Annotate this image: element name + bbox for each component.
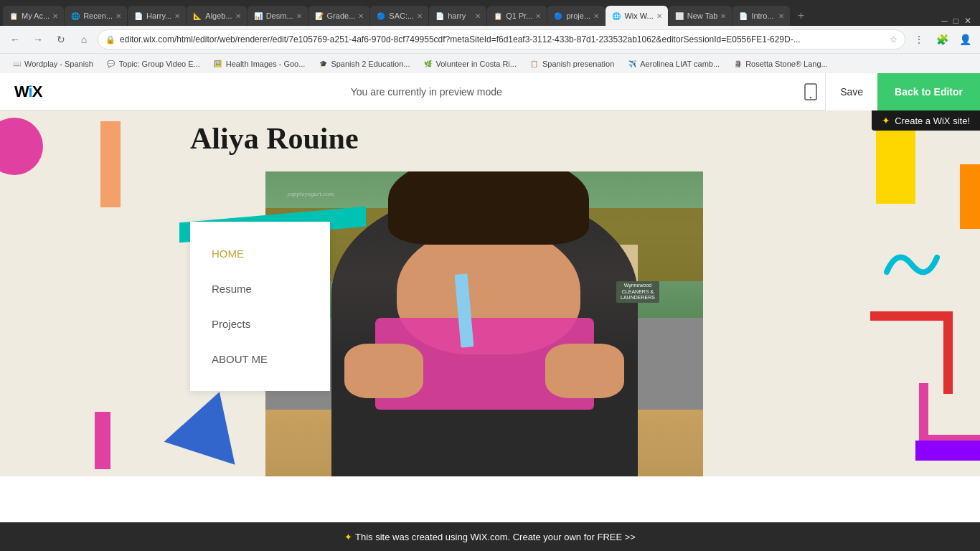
back-button[interactable]: ← xyxy=(6,30,24,49)
tab-close-3[interactable]: ✕ xyxy=(174,12,180,20)
bookmark-volunteer[interactable]: 🌿 Volunteer in Costa Ri... xyxy=(417,57,522,70)
bookmark-star-icon[interactable]: ☆ xyxy=(890,34,897,44)
bookmark-label-5: Volunteer in Costa Ri... xyxy=(435,60,517,68)
tab-close-4[interactable]: ✕ xyxy=(235,12,241,20)
tab-7[interactable]: 🔵 SAC:... ✕ xyxy=(370,6,428,26)
save-button[interactable]: Save xyxy=(825,73,877,110)
tab-bar: 📋 My Ac... ✕ 🌐 Recen... ✕ 📄 Harry... ✕ 📐… xyxy=(0,0,980,26)
new-tab-button[interactable]: + xyxy=(791,6,811,26)
tab-close-10[interactable]: ✕ xyxy=(593,12,599,20)
bookmark-favicon-7: ✈️ xyxy=(627,59,637,69)
back-to-editor-button[interactable]: Back to Editor xyxy=(877,73,980,110)
tab-12[interactable]: ⬜ New Tab ✕ xyxy=(669,6,732,26)
tab-6[interactable]: 📝 Grade... ✕ xyxy=(308,6,370,26)
tab-favicon-1: 📋 xyxy=(9,11,19,21)
bookmark-health-images[interactable]: 🖼️ Health Images - Goo... xyxy=(207,57,311,70)
decorative-peach-rect xyxy=(100,121,121,207)
bookmark-favicon-5: 🌿 xyxy=(423,59,433,69)
bookmark-bar: 📖 Wordplay - Spanish 💬 Topic: Group Vide… xyxy=(0,53,980,73)
bottom-wix-bar[interactable]: ✦ This site was created using WiX.com. C… xyxy=(0,522,980,551)
tab-close-8[interactable]: ✕ xyxy=(475,12,481,20)
tab-favicon-8: 📄 xyxy=(435,11,445,21)
wix-topbar: WiX You are currently in preview mode Sa… xyxy=(0,73,980,110)
decorative-blue-triangle xyxy=(164,380,255,465)
tab-label-11: Wix W... xyxy=(624,11,653,20)
tab-favicon-11: 🌐 xyxy=(611,11,621,21)
tab-1[interactable]: 📋 My Ac... ✕ xyxy=(3,6,64,26)
tab-close-6[interactable]: ✕ xyxy=(358,12,364,20)
bookmark-wordplay[interactable]: 📖 Wordplay - Spanish xyxy=(6,57,99,70)
website-content: Aliya Rouine HOME Resume Projects ABOUT … xyxy=(0,110,980,476)
tab-2[interactable]: 🌐 Recen... ✕ xyxy=(65,6,127,26)
tab-10[interactable]: 🔵 proje... ✕ xyxy=(547,6,605,26)
bookmark-label-6: Spanish presenation xyxy=(542,60,614,68)
bookmark-favicon-8: 🗿 xyxy=(732,59,743,69)
lock-icon: 🔒 xyxy=(105,35,116,44)
nav-item-resume[interactable]: Resume xyxy=(190,271,330,306)
tab-4[interactable]: 📐 Algeb... ✕ xyxy=(187,6,246,26)
tab-label-12: New Tab xyxy=(687,11,718,20)
bookmark-label-3: Health Images - Goo... xyxy=(226,60,306,68)
tab-8[interactable]: 📄 harry ✕ xyxy=(429,6,486,26)
tab-favicon-13: 📄 xyxy=(738,11,748,21)
bookmark-favicon-3: 🖼️ xyxy=(213,59,223,69)
tab-label-1: My Ac... xyxy=(22,11,50,20)
tab-close-12[interactable]: ✕ xyxy=(720,12,726,20)
forward-button[interactable]: → xyxy=(29,30,47,49)
bookmark-favicon-2: 💬 xyxy=(106,59,116,69)
decorative-purple-rect xyxy=(915,441,980,461)
mobile-preview-icon[interactable] xyxy=(796,73,825,110)
tab-label-3: Harry... xyxy=(146,11,171,20)
bookmark-spanish-pres[interactable]: 📋 Spanish presenation xyxy=(524,57,620,70)
minimize-icon[interactable]: ─ xyxy=(941,16,948,26)
tab-favicon-7: 🔵 xyxy=(376,11,386,21)
tab-13[interactable]: 📄 Intro... ✕ xyxy=(732,6,790,26)
window-controls: ─ □ ✕ xyxy=(941,16,977,26)
bookmark-aerolinea[interactable]: ✈️ Aerolinea LIAT camb... xyxy=(621,57,725,70)
tab-favicon-4: 📐 xyxy=(192,11,202,21)
wix-logo: WiX xyxy=(0,83,56,101)
tab-close-1[interactable]: ✕ xyxy=(52,12,58,20)
tab-5[interactable]: 📊 Desm... ✕ xyxy=(248,6,308,26)
tab-close-11[interactable]: ✕ xyxy=(656,12,662,20)
decorative-orange-bar xyxy=(960,164,980,229)
bottom-wix-star-icon: ✦ xyxy=(344,532,352,542)
tab-close-13[interactable]: ✕ xyxy=(778,12,784,20)
nav-item-home[interactable]: HOME xyxy=(190,236,330,271)
tab-favicon-9: 📋 xyxy=(493,11,503,21)
tab-11[interactable]: 🌐 Wix W... ✕ xyxy=(606,6,667,26)
wix-star-icon: ✦ xyxy=(882,115,890,126)
nav-item-about[interactable]: ABOUT ME xyxy=(190,342,330,377)
bookmark-spanish-2[interactable]: 🎓 Spanish 2 Education... xyxy=(312,57,415,70)
bookmark-label-1: Wordplay - Spanish xyxy=(24,60,93,68)
decorative-pink-circle xyxy=(0,118,43,175)
bookmark-label-2: Topic: Group Video E... xyxy=(119,60,200,68)
home-button[interactable]: ⌂ xyxy=(75,30,93,49)
browser-controls: ← → ↻ ⌂ 🔒 editor.wix.com/html/editor/web… xyxy=(0,26,980,53)
bookmark-label-4: Spanish 2 Education... xyxy=(331,60,410,68)
bookmark-rosetta[interactable]: 🗿 Rosetta Stone® Lang... xyxy=(727,57,834,70)
nav-item-projects[interactable]: Projects xyxy=(190,306,330,342)
tab-label-13: Intro... xyxy=(751,11,773,20)
refresh-button[interactable]: ↻ xyxy=(52,30,70,49)
wix-topbar-right: Save Back to Editor xyxy=(796,73,980,110)
tab-3[interactable]: 📄 Harry... ✕ xyxy=(128,6,186,26)
decorative-pink-corner xyxy=(919,383,980,444)
maximize-icon[interactable]: □ xyxy=(953,16,958,26)
tab-close-9[interactable]: ✕ xyxy=(535,12,541,20)
tab-close-5[interactable]: ✕ xyxy=(296,12,302,20)
address-bar[interactable]: 🔒 editor.wix.com/html/editor/web/rendere… xyxy=(98,29,905,50)
create-wix-banner[interactable]: ✦ Create a WiX site! xyxy=(872,110,980,131)
tab-close-2[interactable]: ✕ xyxy=(116,12,121,20)
decorative-red-corner xyxy=(870,311,953,394)
tab-9[interactable]: 📋 Q1 Pr... ✕ xyxy=(487,6,547,26)
profile-button[interactable]: 👤 xyxy=(956,30,974,49)
tab-favicon-5: 📊 xyxy=(253,11,263,21)
tab-close-7[interactable]: ✕ xyxy=(417,12,423,20)
extensions-button[interactable]: 🧩 xyxy=(933,30,951,49)
close-icon[interactable]: ✕ xyxy=(964,16,971,26)
bookmark-group-video[interactable]: 💬 Topic: Group Video E... xyxy=(100,57,206,70)
menu-button[interactable]: ⋮ xyxy=(910,30,928,49)
tab-favicon-6: 📝 xyxy=(314,11,324,21)
bookmark-label-8: Rosetta Stone® Lang... xyxy=(745,60,828,68)
